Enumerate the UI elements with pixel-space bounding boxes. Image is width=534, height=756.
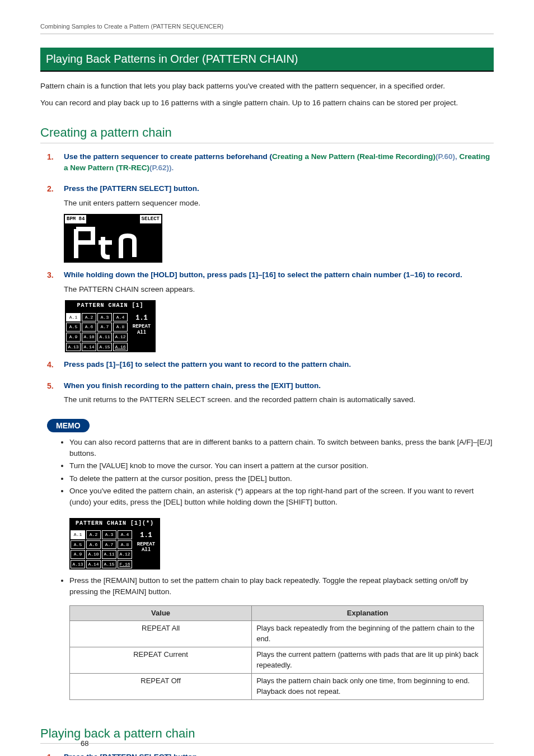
chain-cell: A.14	[86, 560, 101, 569]
memo-item: Once you've edited the pattern chain, an…	[69, 486, 494, 507]
chain-cell: A.2	[82, 313, 96, 322]
chain-cell: A.9	[66, 333, 81, 342]
memo-list: You can also record patterns that are in…	[69, 437, 494, 507]
repeat-values-table: Value Explanation REPEAT All Plays back …	[69, 605, 484, 700]
chain-cell: A.3	[102, 530, 116, 539]
step-instruction: Press the [PATTERN SELECT] button.	[64, 752, 494, 756]
lcd-chain-step: 1.1	[133, 531, 159, 539]
chain-cell: A.16	[113, 343, 128, 352]
page-ref: (P.60),	[435, 152, 460, 161]
memo-list-2: Press the [REMAIN] button to set the pat…	[69, 575, 494, 597]
chain-cell: A.13	[71, 560, 85, 569]
lcd-chain-grid: A.1 A.2 A.3 A.4 A.5 A.6 A.7 A.8 A.9 A.10…	[66, 313, 128, 351]
chain-cell: A.10	[86, 550, 101, 559]
table-header-value: Value	[70, 605, 252, 621]
memo-badge: MEMO	[47, 419, 90, 432]
step-instruction: When you finish recording to the pattern…	[64, 380, 494, 391]
lcd-chain-title: PATTERN CHAIN [1]	[65, 300, 156, 312]
chain-cell: A.4	[118, 530, 132, 539]
running-header: Combining Samples to Create a Pattern (P…	[40, 22, 494, 34]
chain-cell: A.6	[82, 323, 96, 332]
lcd-chain-step: 1.1	[129, 314, 154, 322]
intro-paragraph-2: You can record and play back up to 16 pa…	[40, 97, 494, 109]
step-instruction: While holding down the [HOLD] button, pr…	[64, 269, 494, 281]
chain-cell: A.15	[97, 343, 112, 352]
lcd-big-text	[65, 225, 161, 262]
chain-cell: A.12	[118, 550, 132, 559]
memo-item: Turn the [VALUE] knob to move the cursor…	[69, 460, 494, 472]
step-number: 2.	[47, 183, 64, 263]
table-cell-value: REPEAT Off	[70, 673, 252, 699]
lcd-screenshot-chain-edited: PATTERN CHAIN [1](*) A.1 A.2 A.3 A.4 A.5…	[69, 518, 160, 570]
table-row: REPEAT All Plays back repeatedly from th…	[70, 621, 484, 647]
link-realtime-recording[interactable]: Creating a New Pattern (Real-time Record…	[272, 152, 435, 161]
chain-cell: A.1	[71, 530, 85, 539]
lcd-repeat-value: All	[129, 330, 154, 336]
chain-cell: A.7	[102, 540, 116, 549]
lcd-repeat-label: REPEAT	[133, 542, 159, 548]
chain-cell: A.8	[113, 323, 128, 332]
step-number: 1.	[47, 151, 64, 176]
chain-cell: A.4	[113, 313, 128, 322]
lcd-screenshot-chain: PATTERN CHAIN [1] A.1 A.2 A.3 A.4 A.5 A.…	[65, 300, 156, 352]
chain-cell: A.5	[71, 540, 85, 549]
lcd-repeat-value: All	[133, 547, 159, 553]
step-number: 3.	[47, 269, 64, 352]
step-instruction: Use the pattern sequencer to create patt…	[64, 151, 494, 173]
table-header-explanation: Explanation	[252, 605, 484, 621]
memo-item: You can also record patterns that are in…	[69, 437, 494, 459]
step-instruction: Press the [PATTERN SELECT] button.	[64, 183, 494, 194]
table-cell-explanation: Plays the pattern chain back only one ti…	[252, 673, 484, 699]
chain-cell: A.1	[66, 313, 81, 322]
lcd-repeat-label: REPEAT	[129, 324, 154, 330]
chain-cell: A.2	[86, 530, 101, 539]
chain-cell: A.11	[102, 550, 116, 559]
step-3: 3. While holding down the [HOLD] button,…	[47, 269, 494, 352]
lcd-screenshot-ptn: BPM 84 SELECT	[64, 214, 162, 263]
table-row: REPEAT Off Plays the pattern chain back …	[70, 673, 484, 699]
step-note: The PATTERN CHAIN screen appears.	[64, 284, 494, 295]
chain-cell: A.12	[113, 333, 128, 342]
chain-cell: A.10	[82, 333, 96, 342]
page-ref: (P.62)).	[149, 164, 174, 172]
chain-cell: A.15	[102, 560, 116, 569]
step-instruction: Press pads [1]–[16] to select the patter…	[64, 359, 494, 370]
table-cell-explanation: Plays the current pattern (patterns with…	[252, 647, 484, 674]
chain-cell: A.14	[82, 343, 96, 352]
chain-cell: A.13	[66, 343, 81, 352]
step-5: 5. When you finish recording to the patt…	[47, 380, 494, 409]
section-banner: Playing Back Patterns in Order (PATTERN …	[40, 48, 494, 72]
table-cell-value: REPEAT Current	[70, 647, 252, 674]
chain-cell: A.8	[118, 540, 132, 549]
step-1-playback: 1. Press the [PATTERN SELECT] button.	[47, 752, 494, 756]
step-note: The unit returns to the PATTERN SELECT s…	[64, 394, 494, 405]
step-number: 4.	[47, 359, 64, 374]
lcd-mode: SELECT	[140, 215, 161, 223]
chain-cell: A.9	[71, 550, 85, 559]
chain-cell: A.11	[97, 333, 112, 342]
lcd-chain-grid: A.1 A.2 A.3 A.4 A.5 A.6 A.7 A.8 A.9 A.10…	[71, 530, 132, 568]
step-2: 2. Press the [PATTERN SELECT] button. Th…	[47, 183, 494, 263]
step-1: 1. Use the pattern sequencer to create p…	[47, 151, 494, 176]
step-number: 5.	[47, 380, 64, 409]
table-row: REPEAT Current Plays the current pattern…	[70, 647, 484, 674]
subheading-creating: Creating a pattern chain	[40, 124, 494, 143]
subheading-playing-back: Playing back a pattern chain	[40, 725, 494, 744]
step-text: Use the pattern sequencer to create patt…	[64, 152, 272, 161]
memo-item: To delete the pattern at the cursor posi…	[69, 473, 494, 484]
page-number: 68	[81, 739, 88, 749]
step-4: 4. Press pads [1]–[16] to select the pat…	[47, 359, 494, 374]
chain-cell: A.7	[97, 323, 112, 332]
lcd-chain-title: PATTERN CHAIN [1](*)	[69, 518, 160, 530]
intro-paragraph-1: Pattern chain is a function that lets yo…	[40, 81, 494, 92]
chain-cell: A.5	[66, 323, 81, 332]
step-note: The unit enters pattern sequencer mode.	[64, 198, 494, 209]
step-number: 1.	[47, 752, 64, 756]
table-cell-explanation: Plays back repeatedly from the beginning…	[252, 621, 484, 647]
chain-cell: A.3	[97, 313, 112, 322]
chain-cell: F.16	[118, 560, 132, 569]
lcd-bpm: BPM 84	[65, 215, 86, 223]
chain-cell: A.6	[86, 540, 101, 549]
table-cell-value: REPEAT All	[70, 621, 252, 647]
memo-item: Press the [REMAIN] button to set the pat…	[69, 575, 494, 597]
